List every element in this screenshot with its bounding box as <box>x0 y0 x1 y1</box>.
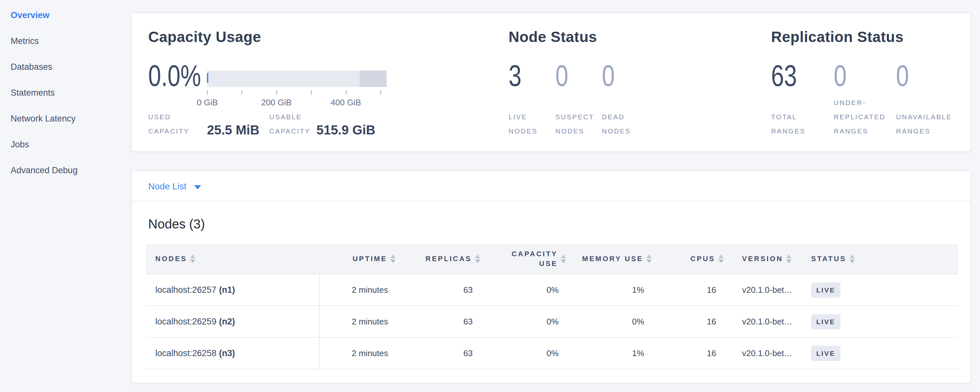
replicas-cell: 63 <box>400 306 483 337</box>
status-cell: LIVE <box>798 337 958 369</box>
live-nodes-count: 3 <box>509 60 522 91</box>
sort-icon[interactable] <box>475 255 480 263</box>
suspect-nodes-count: 0 <box>555 60 568 91</box>
status-badge: LIVE <box>811 282 840 298</box>
live-nodes-label: LIVE NODES <box>509 110 550 138</box>
memory-use-cell: 1% <box>572 337 660 369</box>
capacity-gauge-used-marker <box>207 73 208 83</box>
table-row: localhost:26257(n1) 2 minutes 63 0% 1% 1… <box>146 274 958 306</box>
capacity-use-cell: 0% <box>483 337 572 369</box>
nodes-table: NODES UPTIME REPLICAS CAPACITY USE MEMOR… <box>146 244 958 370</box>
suspect-nodes-label: SUSPECT NODES <box>555 110 604 138</box>
sort-icon[interactable] <box>850 255 855 263</box>
node-list-view-dropdown[interactable]: Node List <box>148 180 201 193</box>
sort-icon[interactable] <box>786 255 791 263</box>
cpus-cell: 16 <box>660 337 730 369</box>
sidebar-item-overview[interactable]: Overview <box>11 9 127 22</box>
column-header-replicas[interactable]: REPLICAS <box>400 244 483 274</box>
sidebar-item-metrics[interactable]: Metrics <box>11 35 127 48</box>
column-label: MEMORY USE <box>582 254 643 264</box>
column-label: STATUS <box>811 254 846 264</box>
node-id: (n3) <box>219 348 235 358</box>
cpus-cell: 16 <box>660 274 730 306</box>
cpus-cell: 16 <box>660 306 730 337</box>
column-header-cpus[interactable]: CPUS <box>660 244 730 274</box>
column-label: CPUS <box>690 254 715 264</box>
gauge-tick <box>277 90 277 95</box>
sidebar-item-jobs[interactable]: Jobs <box>11 138 127 151</box>
sidebar-item-network-latency[interactable]: Network Latency <box>11 112 127 125</box>
gauge-tick-label: 0 GiB <box>197 97 218 108</box>
sidebar-item-advanced-debug[interactable]: Advanced Debug <box>11 164 127 177</box>
sort-icon[interactable] <box>190 255 196 263</box>
nodes-heading: Nodes (3) <box>148 217 205 231</box>
node-list-dropdown-label: Node List <box>148 180 186 193</box>
unavailable-ranges-label: UNAVAILABLE RANGES <box>896 110 970 138</box>
gauge-tick-label: 400 GiB <box>331 97 361 108</box>
capacity-gauge-bar <box>207 70 387 87</box>
node-address-cell[interactable]: localhost:26259(n2) <box>146 306 319 337</box>
column-label: VERSION <box>742 254 783 264</box>
sort-icon[interactable] <box>390 255 396 263</box>
version-cell: v20.1.0-bet… <box>730 306 798 337</box>
column-header-uptime[interactable]: UPTIME <box>319 244 400 274</box>
uptime-cell: 2 minutes <box>319 274 400 306</box>
status-cell: LIVE <box>798 306 958 337</box>
column-header-nodes[interactable]: NODES <box>146 244 319 274</box>
capacity-usage-title: Capacity Usage <box>148 28 261 46</box>
memory-use-cell: 1% <box>572 274 660 306</box>
cluster-summary-card: Capacity Usage 0.0% 0 GiB 200 GiB 400 Gi… <box>131 13 971 152</box>
dead-nodes-count: 0 <box>602 60 615 91</box>
gauge-tick <box>346 90 347 95</box>
column-header-memory-use[interactable]: MEMORY USE <box>572 244 660 274</box>
version-cell: v20.1.0-bet… <box>730 337 798 369</box>
node-address: localhost:26257 <box>155 285 216 295</box>
total-ranges-label: TOTAL RANGES <box>771 110 826 138</box>
replicas-cell: 63 <box>400 337 483 369</box>
status-badge: LIVE <box>811 346 840 361</box>
status-badge: LIVE <box>811 314 840 329</box>
replicas-cell: 63 <box>400 274 483 306</box>
node-status-title: Node Status <box>509 28 597 46</box>
sort-icon[interactable] <box>561 255 566 263</box>
status-cell: LIVE <box>798 274 958 306</box>
gauge-tick <box>380 90 381 95</box>
sort-icon[interactable] <box>719 255 724 263</box>
sidebar-item-statements[interactable]: Statements <box>11 86 127 99</box>
table-header-row: NODES UPTIME REPLICAS CAPACITY USE MEMOR… <box>146 244 958 274</box>
memory-use-cell: 0% <box>572 306 660 337</box>
column-header-capacity-use[interactable]: CAPACITY USE <box>483 244 572 274</box>
capacity-gauge-reserved-segment <box>360 70 387 87</box>
column-label: REPLICAS <box>426 254 472 264</box>
column-label: UPTIME <box>353 254 387 264</box>
column-label: NODES <box>155 254 187 264</box>
used-capacity-label: USED CAPACITY <box>148 110 206 138</box>
column-header-version[interactable]: VERSION <box>730 244 798 274</box>
node-address-cell[interactable]: localhost:26257(n1) <box>146 274 319 306</box>
node-list-card: Node List Nodes (3) NODES UPTIME REPLICA… <box>131 170 971 383</box>
node-id: (n1) <box>219 285 235 295</box>
column-header-status[interactable]: STATUS <box>798 244 958 274</box>
unavailable-ranges-count: 0 <box>896 60 909 91</box>
total-ranges-count: 63 <box>771 60 797 91</box>
gauge-tick <box>207 90 208 95</box>
sidebar: Overview Metrics Databases Statements Ne… <box>11 9 127 190</box>
version-cell: v20.1.0-bet… <box>730 274 798 306</box>
node-id: (n2) <box>219 317 235 327</box>
sort-icon[interactable] <box>646 255 652 263</box>
node-address: localhost:26258 <box>155 348 216 358</box>
node-address-cell[interactable]: localhost:26258(n3) <box>146 337 319 369</box>
uptime-cell: 2 minutes <box>319 306 400 337</box>
sidebar-item-databases[interactable]: Databases <box>11 61 127 73</box>
under-replicated-ranges-count: 0 <box>834 60 846 91</box>
capacity-use-cell: 0% <box>483 274 572 306</box>
gauge-tick-label: 200 GiB <box>261 97 291 108</box>
table-row: localhost:26259(n2) 2 minutes 63 0% 0% 1… <box>146 306 958 337</box>
capacity-use-cell: 0% <box>483 306 572 337</box>
replication-status-title: Replication Status <box>771 28 904 46</box>
node-address: localhost:26259 <box>155 317 216 327</box>
used-capacity-value: 25.5 MiB <box>207 122 259 138</box>
gauge-tick <box>242 90 242 95</box>
gauge-tick <box>311 90 312 95</box>
dead-nodes-label: DEAD NODES <box>602 110 644 138</box>
